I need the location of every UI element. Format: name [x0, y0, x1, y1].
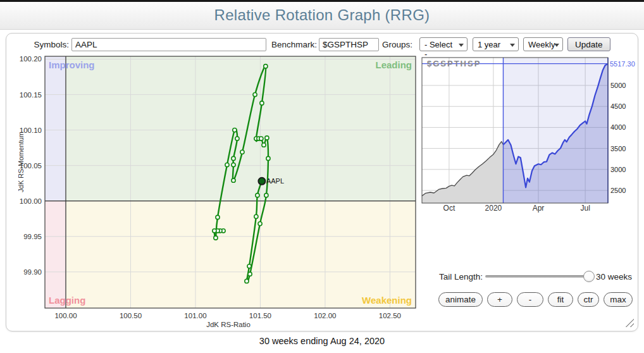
svg-text:99.95: 99.95	[23, 233, 42, 240]
svg-text:102.50: 102.50	[379, 312, 401, 319]
page: { "header": { "title": "Relative Rotatio…	[0, 0, 644, 353]
rrg-fit-button[interactable]: fit	[548, 292, 573, 307]
tail-point	[266, 156, 270, 160]
rrg-panel: Symbols: Benchmark: Groups: - Select - 1…	[6, 33, 638, 331]
svg-text:100.15: 100.15	[20, 91, 42, 99]
range-select[interactable]: 1 year	[473, 37, 519, 51]
symbols-label: Symbols:	[25, 39, 69, 51]
svg-text:2020: 2020	[485, 204, 502, 213]
tail-point	[264, 65, 268, 68]
rrg-ctr-button[interactable]: ctr	[578, 292, 599, 307]
svg-text:102.00: 102.00	[314, 312, 336, 319]
mini-symbol-label: $GSPTHSP	[427, 59, 481, 68]
svg-text:100.20: 100.20	[20, 55, 42, 63]
symbols-input[interactable]	[71, 38, 266, 51]
tail-point	[240, 150, 244, 154]
page-title: Relative Rotation Graph (RRG)	[0, 2, 644, 28]
tail-point	[235, 137, 239, 140]
svg-text:Jul: Jul	[580, 204, 590, 213]
y-axis-title: JdK RS-Momentum	[18, 132, 25, 192]
quadrant-leading	[66, 56, 416, 201]
svg-text:100.50: 100.50	[120, 312, 142, 319]
resize-grip[interactable]	[625, 318, 634, 327]
tail-point	[232, 163, 235, 166]
range-select-value: 1 year	[478, 40, 500, 49]
tail-point	[260, 101, 264, 105]
label-weakening: Weakening	[362, 295, 412, 306]
app-header: Relative Rotation Graph (RRG)	[0, 2, 644, 30]
chevron-down-icon	[510, 44, 515, 49]
svg-text:4500: 4500	[610, 102, 626, 110]
tail-point	[214, 236, 218, 240]
tail-point	[248, 272, 252, 276]
interval-select-value: Weekly	[528, 40, 555, 49]
label-improving: Improving	[49, 59, 95, 70]
svg-text:100.00: 100.00	[20, 197, 42, 205]
svg-text:4000: 4000	[610, 123, 626, 131]
quadrant-weakening	[66, 201, 416, 308]
tail-point	[264, 194, 268, 197]
status-text: 30 weeks ending Aug 24, 2020	[0, 336, 644, 346]
tail-point	[225, 163, 229, 166]
quadrant-improving	[45, 56, 66, 201]
tail-point	[256, 194, 259, 197]
tail-point	[253, 92, 257, 96]
tail-point	[232, 156, 235, 160]
tail-point	[232, 178, 235, 182]
svg-text:Oct: Oct	[443, 204, 455, 213]
tail-endpoint-label: AAPL	[266, 177, 284, 185]
svg-text:3500: 3500	[610, 145, 626, 152]
quadrant-lagging	[45, 201, 66, 308]
tail-point	[233, 128, 237, 132]
svg-text:Apr: Apr	[533, 204, 545, 213]
label-leading: Leading	[375, 59, 412, 70]
update-button[interactable]: Update	[567, 37, 610, 51]
mini-y-tick-labels: 500045004000350030002500	[610, 82, 626, 194]
tail-point	[216, 215, 220, 219]
tail-length-label: Tail Length:	[428, 272, 483, 282]
tail-point	[213, 229, 216, 233]
svg-text:99.90: 99.90	[23, 268, 42, 276]
benchmark-chart[interactable]: $GSPTHSP5517.30500045004000350030002500O…	[421, 56, 644, 214]
tail-point	[259, 137, 263, 140]
tail-point	[247, 264, 251, 268]
tail-point	[262, 143, 266, 147]
interval-select[interactable]: Weekly	[523, 37, 563, 51]
chevron-down-icon	[459, 44, 464, 49]
svg-text:101.50: 101.50	[249, 312, 271, 319]
rrg-animate-button[interactable]: animate	[438, 292, 483, 307]
svg-text:3000: 3000	[610, 166, 626, 173]
tail-length-value: 30 weeks	[596, 272, 632, 282]
svg-text:5000: 5000	[610, 82, 626, 89]
label-lagging: Lagging	[49, 295, 85, 306]
tail-length-slider[interactable]	[485, 275, 589, 278]
tail-point	[245, 279, 249, 283]
tail-endpoint[interactable]	[258, 178, 265, 185]
rrg-zoom-out-button[interactable]: -	[517, 292, 543, 307]
mini-last-value-label: 5517.30	[610, 60, 635, 68]
groups-label: Groups:	[382, 39, 412, 51]
mini-x-tick-labels: Oct2020AprJul	[443, 204, 590, 213]
benchmark-input[interactable]	[319, 38, 379, 51]
rrg-chart[interactable]: 100.00100.50101.00101.50102.00102.50100.…	[18, 54, 418, 330]
tail-point	[265, 136, 269, 140]
benchmark-label: Benchmark:	[268, 39, 317, 51]
chevron-down-icon	[554, 44, 559, 49]
rrg-zoom-in-button[interactable]: +	[487, 292, 512, 307]
svg-text:101.00: 101.00	[184, 312, 206, 319]
x-axis-title: JdK RS-Ratio	[206, 321, 251, 328]
groups-select[interactable]: - Select -	[419, 37, 468, 51]
chart-buttons: animate+-fitctrmax	[438, 292, 633, 307]
slider-thumb[interactable]	[583, 271, 595, 282]
svg-text:100.00: 100.00	[54, 312, 77, 319]
rrg-max-button[interactable]: max	[604, 292, 633, 307]
tail-point	[258, 221, 262, 225]
tail-point	[254, 214, 258, 218]
svg-text:2500: 2500	[610, 187, 626, 194]
